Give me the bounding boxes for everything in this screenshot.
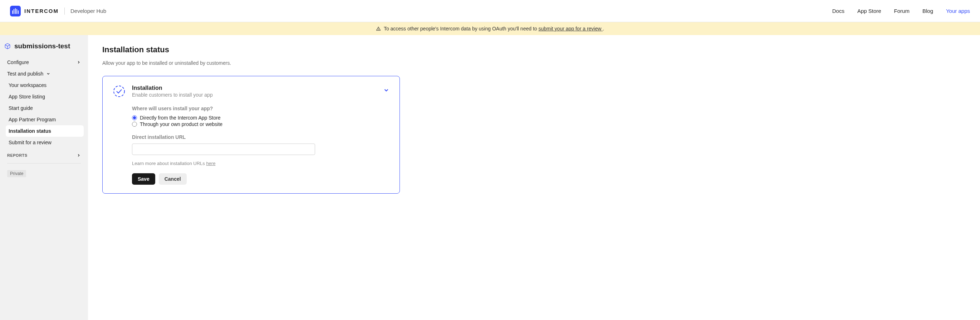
nav-docs[interactable]: Docs (832, 8, 845, 14)
sidebar-reports-section[interactable]: REPORTS (4, 148, 84, 160)
sidebar-item-submit-review[interactable]: Submit for a review (6, 137, 84, 148)
help-text: Learn more about installation URLs here (132, 161, 390, 166)
oauth-warning-banner: To access other people's Intercom data b… (0, 22, 980, 35)
top-header: INTERCOM Developer Hub Docs App Store Fo… (0, 0, 980, 22)
sidebar-listing-label: App Store listing (9, 94, 45, 99)
top-nav: Docs App Store Forum Blog Your apps (832, 8, 970, 14)
radio-own-product-label: Through your own product or website (140, 122, 223, 127)
save-button[interactable]: Save (132, 173, 155, 185)
sidebar-configure-label: Configure (7, 59, 29, 65)
sidebar-start-guide-label: Start guide (9, 105, 33, 111)
chevron-down-icon[interactable] (383, 87, 390, 93)
sidebar-test-publish-label: Test and publish (7, 71, 43, 77)
chevron-down-icon (46, 72, 51, 76)
help-link-here[interactable]: here (206, 161, 215, 166)
sidebar-install-status-label: Installation status (9, 128, 51, 134)
dev-hub-label[interactable]: Developer Hub (70, 8, 106, 14)
install-location-radio-group: Directly from the Intercom App Store Thr… (132, 115, 390, 127)
radio-app-store-label: Directly from the Intercom App Store (140, 115, 221, 121)
radio-own-product-input[interactable] (132, 122, 137, 127)
main-content: Installation status Allow your app to be… (88, 35, 517, 320)
vertical-divider (64, 8, 65, 15)
install-location-question: Where will users install your app? (132, 106, 390, 111)
sidebar-configure[interactable]: Configure (4, 56, 84, 68)
brand-logo[interactable]: INTERCOM (10, 6, 59, 16)
warning-icon (376, 26, 381, 31)
header-left: INTERCOM Developer Hub (10, 6, 106, 16)
radio-app-store[interactable]: Directly from the Intercom App Store (132, 115, 390, 121)
card-description: Enable customers to install your app (132, 92, 377, 98)
banner-submit-link[interactable]: submit your app for a review (538, 26, 603, 32)
chevron-right-icon (76, 153, 81, 157)
check-circle-icon (113, 85, 126, 98)
button-row: Save Cancel (132, 173, 390, 185)
chevron-right-icon (76, 60, 81, 64)
cube-icon (4, 43, 11, 50)
sidebar-submit-review-label: Submit for a review (9, 139, 51, 145)
sidebar: submissions-test Configure Test and publ… (0, 35, 88, 320)
banner-text-before: To access other people's Intercom data b… (384, 26, 539, 32)
sidebar-item-workspaces[interactable]: Your workspaces (6, 80, 84, 91)
svg-point-1 (114, 86, 124, 97)
nav-app-store[interactable]: App Store (858, 8, 881, 14)
sidebar-app-title: submissions-test (4, 42, 84, 56)
card-title: Installation (132, 85, 377, 91)
installation-card: Installation Enable customers to install… (102, 76, 400, 194)
direct-url-input[interactable] (132, 144, 315, 155)
intercom-logo-icon (10, 6, 21, 16)
page-subtitle: Allow your app to be installed or uninst… (102, 60, 503, 66)
sidebar-partner-label: App Partner Program (9, 117, 56, 122)
sidebar-workspaces-label: Your workspaces (9, 82, 46, 88)
card-header[interactable]: Installation Enable customers to install… (113, 85, 390, 98)
sidebar-divider (7, 163, 81, 163)
help-text-before: Learn more about installation URLs (132, 161, 206, 166)
sidebar-item-listing[interactable]: App Store listing (6, 91, 84, 102)
sidebar-item-partner[interactable]: App Partner Program (6, 114, 84, 125)
cancel-button[interactable]: Cancel (159, 173, 187, 185)
direct-url-label: Direct installation URL (132, 134, 390, 140)
nav-your-apps[interactable]: Your apps (946, 8, 970, 14)
sidebar-test-publish[interactable]: Test and publish (4, 68, 84, 80)
brand-text: INTERCOM (24, 8, 59, 14)
reports-label: REPORTS (7, 153, 27, 157)
card-body: Where will users install your app? Direc… (113, 98, 390, 185)
radio-app-store-input[interactable] (132, 115, 137, 120)
app-name: submissions-test (14, 42, 70, 50)
private-badge: Private (7, 170, 26, 177)
banner-text-after: . (603, 26, 604, 32)
nav-forum[interactable]: Forum (894, 8, 910, 14)
radio-own-product[interactable]: Through your own product or website (132, 122, 390, 127)
sidebar-item-install-status[interactable]: Installation status (6, 125, 84, 137)
nav-blog[interactable]: Blog (923, 8, 933, 14)
page-title: Installation status (102, 45, 503, 54)
sidebar-item-start-guide[interactable]: Start guide (6, 102, 84, 114)
